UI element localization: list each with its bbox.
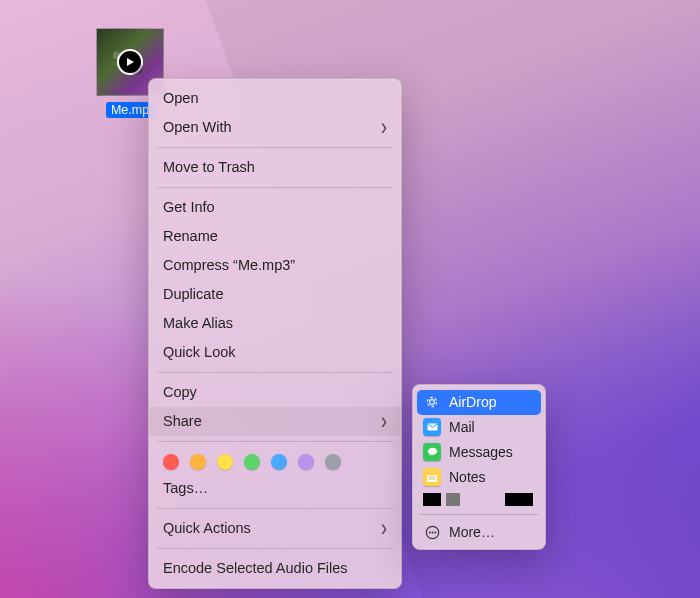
tag-colors-row: [149, 447, 401, 474]
menu-label: Move to Trash: [163, 157, 255, 178]
menu-open-with[interactable]: Open With: [149, 113, 401, 142]
menu-label: Get Info: [163, 197, 215, 218]
menu-separator: [157, 441, 393, 442]
tag-blue[interactable]: [271, 454, 287, 470]
submenu-label: Messages: [449, 443, 513, 462]
menu-label: Duplicate: [163, 284, 223, 305]
play-icon: [117, 49, 143, 75]
tag-yellow[interactable]: [217, 454, 233, 470]
menu-get-info[interactable]: Get Info: [149, 193, 401, 222]
share-submenu: AirDrop Mail Messages Notes More…: [412, 384, 546, 550]
svg-point-8: [428, 531, 430, 533]
menu-tags[interactable]: Tags…: [149, 474, 401, 503]
menu-separator: [157, 508, 393, 509]
menu-separator: [157, 548, 393, 549]
menu-quick-actions[interactable]: Quick Actions: [149, 514, 401, 543]
menu-compress[interactable]: Compress “Me.mp3”: [149, 251, 401, 280]
tag-green[interactable]: [244, 454, 260, 470]
tag-red[interactable]: [163, 454, 179, 470]
menu-separator: [157, 147, 393, 148]
share-mail[interactable]: Mail: [413, 415, 545, 440]
svg-point-3: [427, 448, 436, 455]
submenu-separator: [419, 514, 539, 515]
svg-point-0: [430, 400, 435, 405]
share-messages[interactable]: Messages: [413, 440, 545, 465]
share-redacted-item[interactable]: [413, 490, 545, 509]
file-name-label: Me.mp: [106, 102, 154, 118]
svg-point-10: [434, 531, 436, 533]
submenu-label: AirDrop: [449, 393, 496, 412]
mail-icon: [423, 418, 441, 436]
menu-label: Quick Look: [163, 342, 236, 363]
tag-purple[interactable]: [298, 454, 314, 470]
more-icon: [423, 523, 441, 541]
menu-duplicate[interactable]: Duplicate: [149, 280, 401, 309]
messages-icon: [423, 443, 441, 461]
menu-separator: [157, 187, 393, 188]
menu-quick-look[interactable]: Quick Look: [149, 338, 401, 367]
menu-label: Open With: [163, 117, 232, 138]
menu-move-to-trash[interactable]: Move to Trash: [149, 153, 401, 182]
menu-label: Make Alias: [163, 313, 233, 334]
menu-rename[interactable]: Rename: [149, 222, 401, 251]
menu-label: Rename: [163, 226, 218, 247]
notes-icon: [423, 468, 441, 486]
tag-orange[interactable]: [190, 454, 206, 470]
submenu-label: Mail: [449, 418, 475, 437]
share-more[interactable]: More…: [413, 520, 545, 545]
tag-gray[interactable]: [325, 454, 341, 470]
menu-label: Quick Actions: [163, 518, 251, 539]
svg-point-9: [431, 531, 433, 533]
menu-label: Share: [163, 411, 202, 432]
share-airdrop[interactable]: AirDrop: [417, 390, 541, 415]
menu-make-alias[interactable]: Make Alias: [149, 309, 401, 338]
menu-label: Open: [163, 88, 198, 109]
menu-label: Copy: [163, 382, 197, 403]
menu-label: Encode Selected Audio Files: [163, 558, 348, 579]
submenu-label: More…: [449, 523, 495, 542]
submenu-label: Notes: [449, 468, 486, 487]
airdrop-icon: [423, 393, 441, 411]
context-menu: Open Open With Move to Trash Get Info Re…: [148, 78, 402, 589]
menu-open[interactable]: Open: [149, 84, 401, 113]
menu-separator: [157, 372, 393, 373]
share-notes[interactable]: Notes: [413, 465, 545, 490]
menu-encode-audio[interactable]: Encode Selected Audio Files: [149, 554, 401, 583]
menu-copy[interactable]: Copy: [149, 378, 401, 407]
svg-point-1: [427, 398, 436, 407]
menu-label: Compress “Me.mp3”: [163, 255, 295, 276]
svg-rect-4: [427, 475, 437, 482]
menu-label: Tags…: [163, 478, 208, 499]
menu-share[interactable]: Share: [149, 407, 401, 436]
